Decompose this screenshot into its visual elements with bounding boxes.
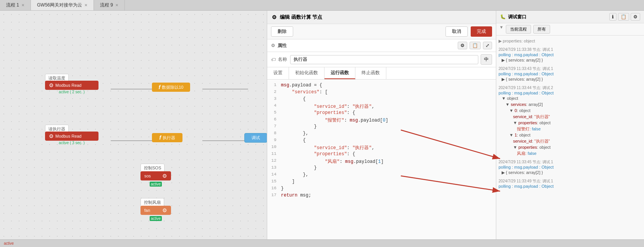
debug-entry-5: 2024/7/29 11:33:49 节点: 调试 1 polling : ms…: [499, 179, 642, 188]
filter-icon: ▼: [499, 25, 504, 34]
tab-init-func[interactable]: 初始化函数: [289, 67, 324, 79]
code-line-17: 17 return msg;: [267, 193, 496, 200]
name-input[interactable]: [290, 55, 478, 64]
expand-icon-btn[interactable]: ⤢: [483, 42, 492, 49]
settings2-icon-btn[interactable]: ⚙: [631, 13, 640, 21]
code-line-16: 16 }: [267, 186, 496, 193]
code-line-15: 15 ]: [267, 179, 496, 186]
tab-flow1[interactable]: 流程 1 ✕: [0, 0, 31, 10]
editor-title: 编辑 函数计算 节点: [280, 14, 322, 21]
tab-flow9[interactable]: 流程 9 ✕: [94, 0, 125, 10]
debug-entry-top: ▶ properties: object: [499, 38, 642, 44]
close-tab3[interactable]: ✕: [115, 3, 118, 7]
properties-label: 属性: [278, 42, 287, 49]
code-line-3: 3 {: [267, 96, 496, 103]
node-divide[interactable]: f 数据除以10: [152, 83, 190, 92]
delete-button[interactable]: 删除: [271, 26, 293, 37]
tag-icon: 🏷: [271, 57, 276, 62]
code-line-13: 13 }: [267, 165, 496, 172]
code-editor[interactable]: 1 msg.payload = { 2 "services": [ 3 { 4 …: [267, 80, 496, 239]
name-row: 🏷 名称 中: [267, 52, 496, 67]
filter-all-btn[interactable]: 所有: [533, 25, 550, 34]
node-sos[interactable]: sos ⚙ active: [140, 171, 171, 187]
debug-title: 调试窗口: [508, 14, 526, 20]
editor-panel: ⚙ 编辑 函数计算 节点 删除 取消 完成 ⚙ 属性 ⚙ 📋 ⤢ 🏷 名称: [267, 11, 496, 239]
debug-content[interactable]: ▶ properties: object 2024/7/29 11:33:38 …: [496, 36, 644, 239]
canvas-background: [0, 11, 267, 239]
debug-entry-2: 2024/7/29 11:33:43 节点: 调试 1 polling : ms…: [499, 66, 642, 82]
code-line-12: 12 "风扇": msg.payload[1]: [267, 158, 496, 165]
debug-entry-1: 2024/7/29 11:33:38 节点: 调试 1 polling : ms…: [499, 47, 642, 63]
code-line-14: 14 },: [267, 172, 496, 179]
fan-badge: active: [150, 216, 162, 221]
tab-bar: 流程 1 ✕ GW56网关对接华为云 ✕ 流程 9 ✕: [0, 0, 644, 11]
close-tab1[interactable]: ✕: [21, 3, 24, 7]
status-text: active: [4, 241, 14, 245]
node-fan[interactable]: fan ⚙ active: [140, 206, 171, 221]
tab-settings[interactable]: 设置: [267, 67, 289, 79]
tab-stop-func[interactable]: 终止函数: [355, 67, 386, 79]
bug-icon: 🐛: [500, 14, 506, 20]
settings-icon-btn[interactable]: ⚙: [458, 42, 467, 49]
debug-entry-4: 2024/7/29 11:33:45 节点: 调试 1 polling : ms…: [499, 159, 642, 176]
code-line-9: 9 {: [267, 138, 496, 145]
sos-badge: active: [150, 182, 162, 187]
close-tab2[interactable]: ✕: [84, 3, 87, 7]
cancel-button[interactable]: 取消: [445, 26, 468, 37]
debug-entry-3: 2024/7/29 11:33:44 节点: 调试 2 polling : ms…: [499, 85, 642, 156]
editor-icon-group: ⚙ 📋 ⤢: [458, 42, 492, 49]
tab-gw56[interactable]: GW56网关对接华为云 ✕: [31, 0, 94, 10]
code-line-1: 1 msg.payload = {: [267, 83, 496, 89]
main-content: 读取温度 ⚙ Modbus Read active ( 2 sec. ) f 数…: [0, 11, 644, 239]
code-line-5: 5 "properties": {: [267, 110, 496, 117]
status-bar: active: [0, 239, 644, 247]
code-line-11: 11 "properties": {: [267, 151, 496, 158]
editor-header: ⚙ 编辑 函数计算 节点: [267, 11, 496, 24]
filter-current-btn[interactable]: 当前流程: [506, 25, 531, 34]
copy-icon-btn[interactable]: 📋: [470, 42, 481, 49]
node-modbus2[interactable]: ⚙ Modbus Read active ( 3 sec. ): [45, 132, 98, 145]
node-modbus1[interactable]: ⚙ Modbus Read active ( 2 sec. ): [45, 81, 98, 94]
properties-gear-icon: ⚙: [271, 43, 275, 48]
node-actuator[interactable]: f 执行器: [152, 133, 182, 142]
language-button[interactable]: 中: [481, 54, 492, 65]
function-tabs: 设置 初始化函数 运行函数 终止函数: [267, 67, 496, 80]
code-line-7: 7 }: [267, 124, 496, 131]
properties-row: ⚙ 属性 ⚙ 📋 ⤢: [267, 39, 496, 52]
debug-filter-row: ▼ 当前流程 所有: [496, 23, 644, 36]
code-line-2: 2 "services": [: [267, 89, 496, 96]
copy2-icon-btn[interactable]: 📋: [618, 13, 629, 21]
code-line-8: 8 },: [267, 131, 496, 138]
tab-run-func[interactable]: 运行函数: [324, 67, 355, 79]
node-debug[interactable]: 调试: [244, 133, 267, 143]
code-line-4: 4 "service_id": "执行器",: [267, 103, 496, 110]
done-button[interactable]: 完成: [471, 26, 492, 37]
debug-header: 🐛 调试窗口 ℹ 📋 ⚙: [496, 11, 644, 23]
gear-icon: ⚙: [272, 14, 277, 20]
name-label: 名称: [278, 56, 287, 63]
canvas-area[interactable]: 读取温度 ⚙ Modbus Read active ( 2 sec. ) f 数…: [0, 11, 267, 239]
editor-toolbar: 删除 取消 完成: [267, 24, 496, 39]
code-line-6: 6 "报警灯": msg.payload[0]: [267, 117, 496, 124]
info-icon-btn[interactable]: ℹ: [609, 13, 617, 21]
debug-panel: 🐛 调试窗口 ℹ 📋 ⚙ ▼ 当前流程 所有 ▶ properties: obj…: [496, 11, 644, 239]
code-line-10: 10 "service_id": "执行器",: [267, 145, 496, 151]
